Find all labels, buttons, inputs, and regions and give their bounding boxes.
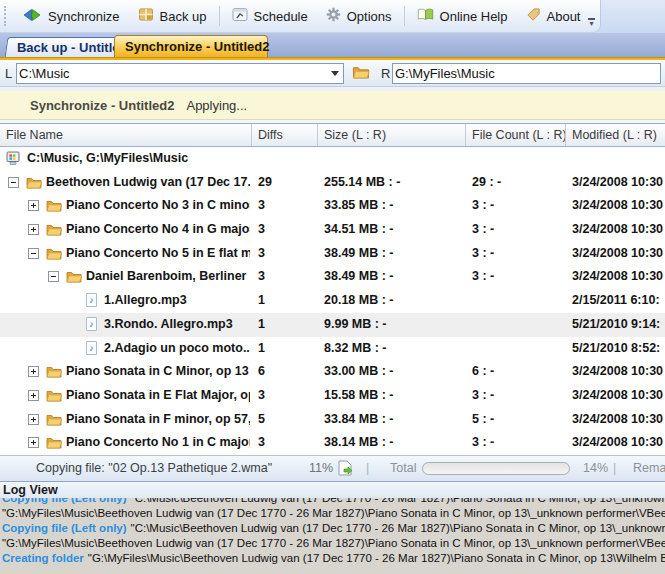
schedule-label: Schedule: [254, 9, 308, 24]
tab-backup-untitled[interactable]: Back up - Untitled: [5, 37, 120, 57]
row-name: Piano Concerto No 4 in G major...: [66, 218, 250, 242]
table-row[interactable]: Piano Concerto No 4 in G major... 3 34.5…: [0, 218, 665, 242]
music-file-icon: ♪: [86, 341, 97, 355]
row-modified: 3/24/2008 10:30: [572, 265, 665, 289]
row-name: Daniel Barenboim, Berliner ...: [86, 265, 250, 289]
backup-label: Back up: [160, 9, 207, 24]
row-size: 38.14 MB : -: [324, 431, 462, 455]
tab-synchronize-untitled2[interactable]: Synchronize - Untitled2: [114, 35, 268, 57]
row-name: Beethoven Ludwig van (17 Dec 17...: [46, 171, 250, 195]
toolbar-panel: Synchronize Back up: [0, 0, 601, 33]
column-header-modified[interactable]: Modified (L : R): [566, 124, 665, 146]
job-name: Synchronize - Untitled2: [30, 98, 174, 113]
collapse-toggle[interactable]: [28, 248, 39, 259]
toolbar-overflow-chevron-icon[interactable]: ▾: [586, 16, 597, 29]
total-label: Total: [390, 456, 416, 481]
table-row[interactable]: Piano Sonata in E Flat Major, op... 3 15…: [0, 384, 665, 408]
row-count: 3 : -: [472, 265, 562, 289]
table-row[interactable]: Daniel Barenboim, Berliner ... 3 38.49 M…: [0, 265, 665, 289]
combo-dropdown-arrow-icon[interactable]: [327, 64, 343, 83]
row-size: 34.51 MB : -: [324, 218, 462, 242]
table-row[interactable]: Piano Concerto No 5 in E flat m... 3 38.…: [0, 242, 665, 266]
row-diffs: 3: [258, 265, 314, 289]
folder-icon: [46, 247, 62, 260]
table-row[interactable]: Piano Concerto No 1 in C major... 3 38.1…: [0, 431, 665, 455]
table-row[interactable]: Piano Concerto No 3 in C minor... 3 33.8…: [0, 194, 665, 218]
synchronize-label: Synchronize: [48, 9, 120, 24]
computer-icon: [6, 151, 22, 164]
left-path-combobox[interactable]: [16, 63, 344, 84]
log-line: "G:\MyFiles\Music\Beethoven Ludwig van (…: [0, 506, 665, 521]
row-size: 20.18 MB : -: [324, 289, 462, 313]
folder-icon: [46, 389, 62, 402]
toolbar-grip[interactable]: [4, 6, 8, 26]
right-path-label: R: [381, 66, 390, 81]
expand-toggle[interactable]: [28, 224, 39, 235]
row-modified: 3/24/2008 10:30: [572, 408, 665, 432]
remaining-label: Rema: [633, 456, 665, 481]
column-header-size[interactable]: Size (L : R): [318, 124, 466, 146]
table-row[interactable]: ♪ 1.Allegro.mp3 1 20.18 MB : - 2/15/2011…: [0, 289, 665, 313]
synchronize-button[interactable]: Synchronize: [13, 3, 129, 29]
row-diffs: 1: [258, 289, 314, 313]
collapse-toggle[interactable]: [48, 271, 59, 282]
browse-folder-button[interactable]: [352, 65, 372, 81]
row-diffs: 5: [258, 408, 314, 432]
row-size: 8.32 MB : -: [324, 337, 462, 361]
row-name: 1.Allegro.mp3: [104, 289, 250, 313]
expand-toggle[interactable]: [28, 390, 39, 401]
expand-toggle[interactable]: [28, 437, 39, 448]
collapse-toggle[interactable]: [8, 177, 19, 188]
row-diffs: 6: [258, 360, 314, 384]
column-header-file-count[interactable]: File Count (L : R): [466, 124, 566, 146]
row-diffs: 1: [258, 337, 314, 361]
row-name: Piano Sonata in E Flat Major, op...: [66, 384, 250, 408]
row-modified: 3/24/2008 10:30: [572, 242, 665, 266]
root-row[interactable]: C:\Music, G:\MyFiles\Music: [0, 147, 665, 171]
row-count: 3 : -: [472, 194, 562, 218]
path-bar: L R: [0, 60, 665, 87]
online-help-button[interactable]: Online Help: [408, 3, 517, 29]
synchronize-icon: [22, 8, 42, 25]
table-row[interactable]: Beethoven Ludwig van (17 Dec 17... 29 25…: [0, 171, 665, 195]
backup-icon: [138, 8, 154, 24]
log-view-header[interactable]: Log View: [0, 481, 665, 498]
right-path-input[interactable]: [395, 65, 657, 82]
job-tabstrip: Back up - Untitled Synchronize - Untitle…: [0, 33, 665, 57]
folder-icon: [46, 223, 62, 236]
table-row-highlighted[interactable]: ♪ 3.Rondo. Allegro.mp3 1 9.99 MB : - 5/2…: [0, 313, 665, 337]
root-path-label: C:\Music, G:\MyFiles\Music: [27, 147, 250, 171]
row-name: 2.Adagio un poco moto....: [104, 337, 250, 361]
log-action: Copying file (Left only): [2, 522, 127, 534]
folder-icon: [46, 413, 62, 426]
log-view-panel[interactable]: Copying file (Left only)"C:\Music\Beetho…: [0, 498, 665, 574]
row-modified: 5/21/2010 8:52:: [572, 337, 665, 361]
right-path-field[interactable]: [392, 63, 661, 84]
backup-button[interactable]: Back up: [129, 3, 216, 29]
row-modified: 3/24/2008 10:30: [572, 218, 665, 242]
column-header-file-name[interactable]: File Name: [0, 124, 252, 146]
row-size: 255.14 MB : -: [324, 171, 462, 195]
about-button[interactable]: About: [517, 3, 590, 29]
expand-toggle[interactable]: [28, 200, 39, 211]
options-button[interactable]: Options: [317, 3, 401, 29]
log-path: "C:\Music\Beethoven Ludwig van (17 Dec 1…: [131, 522, 665, 534]
tag-icon: [526, 7, 541, 25]
schedule-button[interactable]: Schedule: [223, 3, 317, 29]
table-row[interactable]: Piano Sonata in C Minor, op 13 6 33.00 M…: [0, 360, 665, 384]
online-help-label: Online Help: [440, 9, 508, 24]
music-file-icon: ♪: [86, 317, 97, 331]
expand-toggle[interactable]: [28, 414, 39, 425]
expand-toggle[interactable]: [28, 366, 39, 377]
left-path-input[interactable]: [19, 65, 323, 82]
column-header-diffs[interactable]: Diffs: [252, 124, 318, 146]
log-action: Creating folder: [2, 552, 84, 564]
toolbar: Synchronize Back up: [0, 0, 665, 33]
row-modified: 3/24/2008 10:30: [572, 431, 665, 455]
progress-strip: Copying file: "02 Op.13 Pathetique 2.wma…: [0, 455, 665, 481]
table-row[interactable]: Piano Sonata in F minor, op 57, ... 5 33…: [0, 408, 665, 432]
table-row[interactable]: ♪ 2.Adagio un poco moto.... 1 8.32 MB : …: [0, 337, 665, 361]
row-diffs: 3: [258, 242, 314, 266]
log-path: "C:\Music\Beethoven Ludwig van (17 Dec 1…: [131, 498, 665, 504]
log-view-title: Log View: [3, 483, 58, 497]
